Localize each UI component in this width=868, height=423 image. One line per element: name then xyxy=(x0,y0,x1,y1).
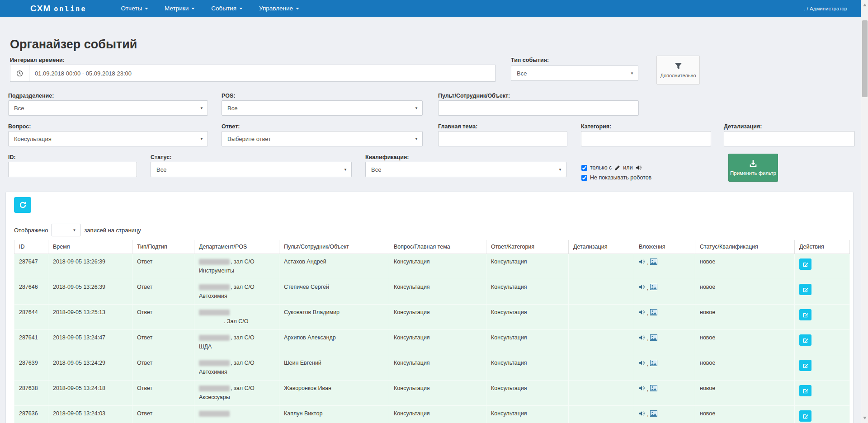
cell-actions xyxy=(795,305,850,330)
image-attachment-icon[interactable] xyxy=(650,258,657,266)
image-attachment-icon[interactable] xyxy=(650,410,657,418)
cell-time: 2018-09-05 13:24:29 xyxy=(48,355,132,381)
division-select-wrap: Все xyxy=(8,100,208,116)
department-suffix: , зал С/О xyxy=(231,284,255,290)
edit-event-button[interactable] xyxy=(799,385,811,396)
image-attachment-icon[interactable] xyxy=(650,360,657,367)
id-input[interactable] xyxy=(8,162,137,177)
cell-attachments: , xyxy=(634,330,695,355)
attachment-separator: , xyxy=(647,411,648,418)
question-select-wrap: Консультация xyxy=(8,131,208,146)
image-attachment-icon[interactable] xyxy=(650,284,657,291)
chevron-down-icon xyxy=(239,8,243,9)
refresh-icon xyxy=(19,201,27,209)
edit-event-button[interactable] xyxy=(799,258,811,270)
per-page-select[interactable] xyxy=(52,224,80,236)
department-line2: . Зал С/О xyxy=(224,318,274,324)
cell-status: новое xyxy=(695,330,795,355)
cell-department: , зал С/О Аксессуары xyxy=(194,381,279,406)
scroll-up-arrow-icon[interactable] xyxy=(863,4,867,6)
menu-management-label: Управление xyxy=(259,5,293,12)
division-select[interactable]: Все xyxy=(8,100,208,116)
image-attachment-icon[interactable] xyxy=(650,309,657,317)
refresh-button[interactable] xyxy=(14,197,31,213)
main-topic-input[interactable] xyxy=(438,131,567,146)
main-topic-label: Главная тема: xyxy=(438,123,477,130)
scrollbar-thumb[interactable] xyxy=(862,20,868,97)
cell-answer: Консультация xyxy=(486,330,569,355)
app-logo[interactable]: CXM online xyxy=(30,4,86,14)
cell-department: . Зал С/О xyxy=(194,305,279,330)
cell-department: , зал С/О Инструменты xyxy=(194,254,279,279)
audio-attachment-icon[interactable] xyxy=(639,410,645,418)
answer-select[interactable]: Выберите ответ xyxy=(222,131,423,146)
only-with-attachments-checkbox[interactable] xyxy=(581,165,587,171)
menu-reports-label: Отчеты xyxy=(121,5,142,12)
question-select[interactable]: Консультация xyxy=(8,131,208,146)
page-title: Органайзер событий xyxy=(10,38,137,52)
edit-pencil-icon xyxy=(802,312,809,318)
department-line2: Аксессуары xyxy=(199,394,274,400)
menu-events[interactable]: События xyxy=(203,0,251,16)
image-attachment-icon[interactable] xyxy=(650,334,657,342)
image-attachment-icon[interactable] xyxy=(650,385,657,393)
detail-input[interactable] xyxy=(724,131,855,146)
cell-employee: Шеин Евгений xyxy=(279,355,389,381)
menu-metrics[interactable]: Метрики xyxy=(156,0,203,16)
table-row: 287639 2018-09-05 13:24:29 Ответ , зал С… xyxy=(14,355,850,381)
audio-attachment-icon[interactable] xyxy=(639,258,645,266)
question-label: Вопрос: xyxy=(8,123,31,130)
pos-select[interactable]: Все xyxy=(222,100,423,116)
cell-attachments: , xyxy=(634,355,695,381)
event-type-select[interactable]: Все xyxy=(511,66,638,81)
qualification-select[interactable]: Все xyxy=(365,162,566,177)
cell-actions xyxy=(795,254,850,279)
edit-event-button[interactable] xyxy=(799,334,811,346)
cell-actions xyxy=(795,355,850,381)
only-with-attachments-checkbox-row[interactable]: только с или xyxy=(581,164,642,171)
advanced-filters-button[interactable]: Дополнительно xyxy=(656,56,700,85)
audio-attachment-icon[interactable] xyxy=(639,385,645,393)
cell-type: Ответ xyxy=(132,406,194,423)
vertical-scrollbar[interactable] xyxy=(861,0,868,423)
apply-filter-button[interactable]: Применить фильтр xyxy=(728,154,778,182)
audio-attachment-icon[interactable] xyxy=(639,284,645,291)
only-with-prefix-label: только с xyxy=(590,164,612,171)
scroll-down-arrow-icon[interactable] xyxy=(863,417,867,419)
audio-attachment-icon[interactable] xyxy=(639,360,645,367)
audio-attachment-icon[interactable] xyxy=(639,309,645,317)
edit-event-button[interactable] xyxy=(799,410,811,422)
cell-answer: Консультация xyxy=(486,305,569,330)
advanced-filters-label: Дополнительно xyxy=(660,73,696,78)
hide-robots-checkbox[interactable] xyxy=(581,175,587,181)
status-select[interactable]: Все xyxy=(151,162,352,177)
per-page-prefix-label: Отображено xyxy=(14,227,48,234)
top-navbar: CXM online Отчеты Метрики События Управл… xyxy=(0,0,861,17)
category-input[interactable] xyxy=(581,131,711,146)
pos-label: POS: xyxy=(222,93,236,99)
column-header: Тип/Подтип xyxy=(132,240,194,254)
edit-event-button[interactable] xyxy=(799,284,811,295)
current-user[interactable]: . / Администратор xyxy=(804,0,847,17)
redacted-department-text xyxy=(199,411,230,417)
edit-event-button[interactable] xyxy=(799,309,811,320)
edit-pencil-icon xyxy=(802,287,809,293)
edit-event-button[interactable] xyxy=(799,360,811,371)
redacted-department-text xyxy=(199,259,230,265)
cell-type: Ответ xyxy=(132,355,194,381)
edit-pencil-icon xyxy=(802,413,809,419)
menu-reports[interactable]: Отчеты xyxy=(113,0,156,16)
console-employee-input[interactable] xyxy=(438,100,639,116)
audio-attachment-icon[interactable] xyxy=(639,334,645,342)
cell-id: 287647 xyxy=(14,254,48,279)
cell-attachments: , xyxy=(634,305,695,330)
logo-primary-text: CXM xyxy=(30,4,51,14)
edit-pencil-icon xyxy=(802,261,809,268)
interval-input[interactable] xyxy=(29,65,495,82)
chevron-down-icon xyxy=(296,8,299,9)
cell-department xyxy=(194,406,279,423)
hide-robots-checkbox-row[interactable]: Не показывать роботов xyxy=(581,174,651,181)
table-row: 287636 2018-09-05 13:24:03 Ответ Каплун … xyxy=(14,406,850,423)
table-header-row: IDВремяТип/ПодтипДепартамент/POSПульт/Со… xyxy=(14,240,850,254)
menu-management[interactable]: Управление xyxy=(251,0,307,16)
